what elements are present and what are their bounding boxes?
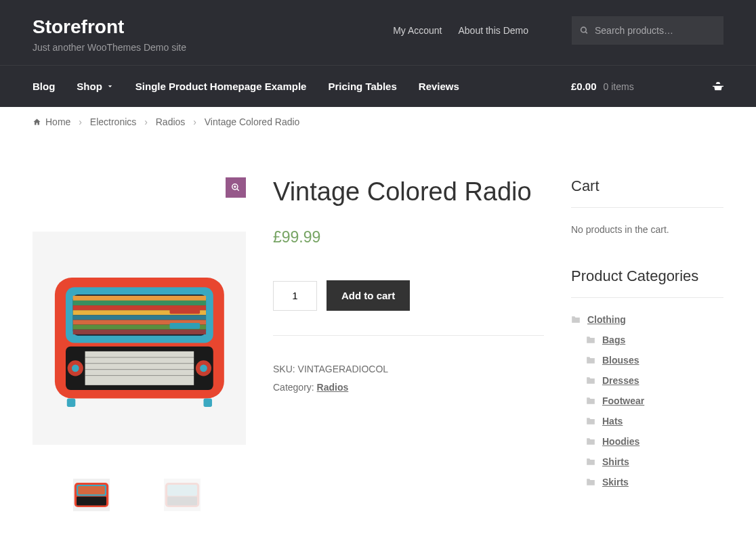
nav-pricing[interactable]: Pricing Tables [328,66,396,107]
category-item: Shirts [586,456,723,467]
categories-widget: Product Categories ClothingBagsBlousesDr… [571,267,723,487]
breadcrumb-radios[interactable]: Radios [156,116,186,127]
quantity-input[interactable] [273,281,317,311]
zoom-button[interactable] [226,177,246,198]
add-to-cart-form: Add to cart [273,280,544,336]
category-label: Category: [273,382,317,393]
nav-shop-label: Shop [77,81,102,92]
folder-icon [586,397,595,405]
product-price: £99.99 [273,228,544,246]
folder-icon [586,437,595,446]
nav-shop[interactable]: Shop [77,66,114,107]
svg-line-1 [585,32,587,34]
radio-illustration [49,263,230,413]
svg-rect-16 [72,330,205,334]
product-main-image[interactable] [33,232,246,445]
category-item: Bags [586,334,723,345]
svg-rect-17 [169,308,200,314]
home-icon [33,118,41,126]
svg-rect-34 [77,497,106,506]
category-link-4[interactable]: Footwear [602,395,644,406]
folder-icon [586,458,595,466]
category-item: Blouses [586,355,723,366]
cart-total: £0.00 [571,81,597,92]
svg-rect-33 [78,486,105,494]
search-icon [580,26,589,35]
category-link-3[interactable]: Dresses [602,375,639,386]
svg-point-28 [200,365,207,372]
cart-empty-text: No products in the cart. [571,224,723,235]
category-item: Dresses [586,375,723,386]
category-link-7[interactable]: Shirts [602,456,629,467]
svg-rect-18 [169,323,200,329]
folder-icon [586,478,595,486]
category-item: Hoodies [586,436,723,447]
category-item: Skirts [586,477,723,487]
category-item: Clothing [571,314,723,325]
site-brand: Storefront Just another WooThemes Demo s… [33,16,186,53]
folder-icon [586,417,595,425]
category-link-5[interactable]: Hats [602,416,623,427]
category-item: Hats [586,416,723,427]
svg-rect-36 [167,485,197,496]
svg-rect-10 [72,301,205,305]
svg-rect-37 [167,497,197,506]
svg-rect-20 [85,351,194,385]
folder-icon [586,376,595,385]
breadcrumb-electronics[interactable]: Electronics [90,116,136,127]
category-link[interactable]: Radios [317,382,349,393]
categories-title: Product Categories [571,267,723,298]
sku-value: VINTAGERADIOCOL [298,364,389,374]
category-link-0[interactable]: Clothing [587,314,626,325]
nav-blog[interactable]: Blog [33,66,55,107]
site-title[interactable]: Storefront [33,16,186,38]
breadcrumb-separator: › [144,116,148,127]
my-account-link[interactable]: My Account [393,25,442,36]
category-link-8[interactable]: Skirts [602,477,629,487]
header-cart-link[interactable]: £0.00 0 items [571,66,723,107]
site-tagline: Just another WooThemes Demo site [33,42,186,53]
svg-point-26 [72,365,79,372]
folder-icon [586,356,595,364]
svg-point-0 [581,27,587,32]
cart-widget-title: Cart [571,177,723,208]
breadcrumb-separator: › [193,116,196,127]
svg-rect-29 [66,399,75,407]
nav-single-product[interactable]: Single Product Homepage Example [135,66,307,107]
product-title: Vintage Colored Radio [273,177,544,207]
category-link-2[interactable]: Blouses [602,355,639,366]
breadcrumb-home[interactable]: Home [45,116,70,127]
basket-icon [713,82,723,91]
svg-line-3 [237,189,239,191]
cart-item-count: 0 items [604,81,634,92]
add-to-cart-button[interactable]: Add to cart [327,280,410,311]
search-input[interactable] [572,16,723,45]
product-gallery [33,177,246,520]
chevron-down-icon [106,83,114,90]
sku-label: SKU: [273,364,298,374]
about-demo-link[interactable]: About this Demo [459,25,529,36]
product-thumb-2[interactable] [164,479,201,511]
breadcrumb-separator: › [79,116,82,127]
breadcrumb: Home › Electronics › Radios › Vintage Co… [24,116,732,127]
search-box [572,16,723,45]
folder-icon [571,316,581,324]
primary-nav: Blog Shop Single Product Homepage Exampl… [33,66,459,107]
svg-rect-9 [72,296,205,301]
cart-widget: Cart No products in the cart. [571,177,723,235]
svg-rect-30 [203,399,211,407]
category-item: Footwear [586,395,723,406]
product-thumb-1[interactable] [73,479,110,511]
zoom-icon [231,183,240,192]
category-link-1[interactable]: Bags [602,334,625,345]
breadcrumb-current: Vintage Colored Radio [205,116,300,127]
nav-reviews[interactable]: Reviews [419,66,459,107]
category-link-6[interactable]: Hoodies [602,436,639,447]
svg-rect-13 [72,316,205,320]
product-meta: SKU: VINTAGERADIOCOL Category: Radios [273,360,544,396]
folder-icon [586,336,595,344]
